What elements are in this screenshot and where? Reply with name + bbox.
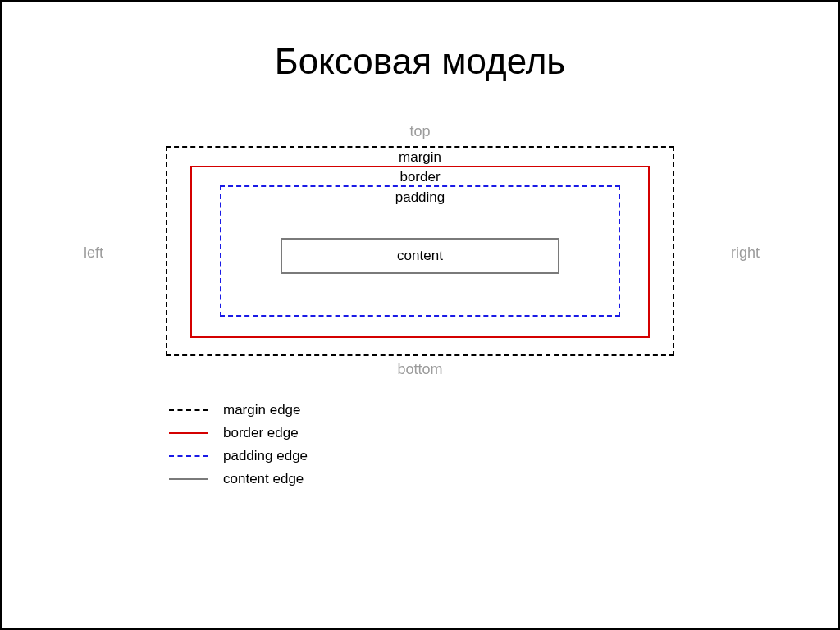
legend-row-padding: padding edge bbox=[169, 445, 707, 468]
legend-row-margin: margin edge bbox=[169, 399, 707, 422]
legend-label-content: content edge bbox=[223, 471, 304, 487]
legend: margin edge border edge padding edge con… bbox=[169, 399, 707, 491]
legend-row-content: content edge bbox=[169, 468, 707, 491]
content-caption: content bbox=[282, 240, 558, 272]
legend-label-border: border edge bbox=[223, 425, 299, 441]
margin-caption: margin bbox=[397, 149, 443, 166]
border-caption: border bbox=[398, 169, 441, 185]
box-model-figure: top right bottom left margin border padd… bbox=[133, 123, 707, 491]
legend-swatch-padding-icon bbox=[169, 455, 208, 457]
legend-label-padding: padding edge bbox=[223, 448, 308, 464]
legend-row-border: border edge bbox=[169, 422, 707, 445]
padding-caption: padding bbox=[394, 189, 447, 206]
box-model-stage: top right bottom left margin border padd… bbox=[133, 123, 707, 377]
side-label-left: left bbox=[84, 244, 103, 262]
side-label-bottom: bottom bbox=[397, 361, 442, 378]
legend-swatch-margin-icon bbox=[169, 409, 208, 411]
content-box: content bbox=[281, 238, 559, 274]
legend-swatch-content-icon bbox=[169, 478, 208, 480]
side-label-top: top bbox=[409, 123, 430, 140]
page-title: Боксовая модель bbox=[2, 41, 838, 82]
side-label-right: right bbox=[731, 244, 760, 262]
legend-label-margin: margin edge bbox=[223, 402, 301, 418]
legend-swatch-border-icon bbox=[169, 432, 208, 434]
